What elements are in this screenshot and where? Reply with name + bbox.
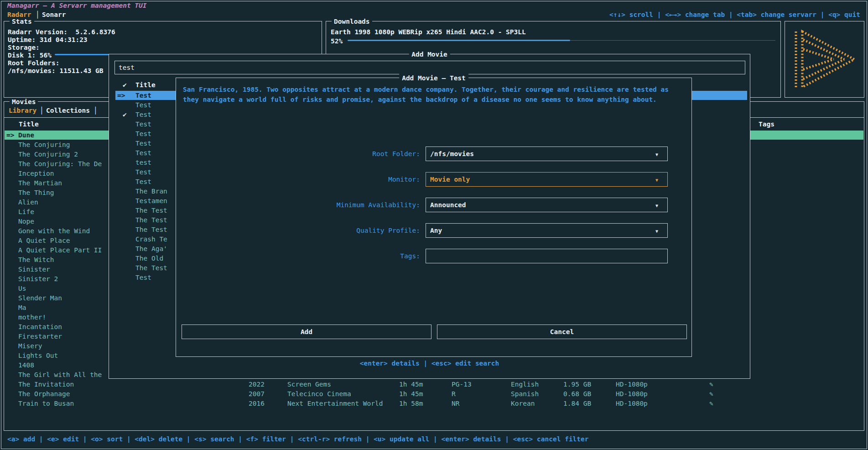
field-value: Announced: [430, 201, 466, 209]
movie-year: 2022: [249, 380, 265, 388]
managarr-screen: Managarr — A Servarr management TUI Rada…: [0, 0, 868, 450]
result-title: The Aga': [135, 245, 167, 253]
add-movie-popup-title: Add Movie: [409, 50, 450, 58]
movie-quality: HD-1080p: [616, 390, 648, 398]
field-label: Quality Profile:: [222, 226, 420, 235]
select-field[interactable]: Announced▼: [426, 198, 668, 212]
stat-root-folder: /nfs/movies: 11511.43 GB: [8, 67, 104, 75]
movie-description: San Francisco, 1985. Two opposites attra…: [183, 84, 678, 105]
movie-title: Incantation: [18, 323, 62, 331]
field-value: /nfs/movies: [430, 150, 474, 158]
result-title: The Test: [135, 225, 167, 234]
stat-storage-label: Storage:: [8, 43, 40, 52]
movie-studio: Telecinco Cinema: [287, 390, 351, 398]
input-field[interactable]: [426, 249, 668, 263]
movie-title: The Girl with All the: [18, 371, 102, 379]
download-progress-gauge: [348, 40, 570, 41]
field-label: Monitor:: [222, 175, 420, 183]
logo-panel: [785, 21, 864, 98]
movie-quality: HD-1080p: [616, 380, 648, 388]
movie-title: Us: [18, 284, 26, 293]
result-title: Testamen: [135, 197, 167, 205]
popup-help: <enter> details | <esc> edit search: [109, 359, 750, 367]
add-movie-modal: Add Movie — Test San Francisco, 1985. Tw…: [176, 78, 692, 357]
add-movie-modal-title: Add Movie — Test: [399, 74, 468, 82]
result-title: The Test: [135, 264, 167, 272]
movie-title: Ma: [18, 303, 26, 312]
movie-title: Alien: [18, 198, 38, 206]
select-field[interactable]: Any▼: [426, 223, 668, 238]
stat-root-folders-label: Root Folders:: [8, 59, 60, 67]
search-input[interactable]: [114, 61, 745, 74]
movie-rating: R: [452, 390, 456, 398]
monitored-icon: ✎: [709, 399, 713, 408]
result-title: Test: [135, 149, 151, 157]
result-title: The Old: [135, 254, 163, 262]
download-percent: 52%: [331, 37, 343, 45]
tab-library[interactable]: Library: [9, 106, 36, 115]
movie-language: Korean: [511, 399, 535, 408]
stats-panel-title: Stats: [10, 17, 34, 26]
dropdown-arrow-icon: ▼: [655, 151, 658, 159]
in-library-check-icon: ✔: [123, 110, 127, 119]
table-row[interactable]: Train to Busan2016Next Entertainment Wor…: [5, 399, 863, 408]
movie-title: The Orphanage: [18, 390, 70, 398]
movie-title: A Quiet Place Part II: [18, 246, 102, 254]
movie-quality: HD-1080p: [616, 399, 648, 408]
movie-size: 1.95 GB: [563, 380, 591, 388]
movie-size: 1.84 GB: [563, 399, 591, 408]
movie-title: 1408: [18, 361, 34, 369]
tab-sonarr[interactable]: Sonarr: [42, 10, 66, 19]
result-title: Test: [135, 101, 151, 109]
movie-language: Spanish: [511, 390, 539, 398]
table-row[interactable]: The Orphanage2007Telecinco Cinema1h 45mR…: [5, 389, 863, 398]
movie-studio: Screen Gems: [287, 380, 331, 388]
field-value: Any: [430, 226, 442, 235]
result-title: The Test: [135, 206, 167, 215]
movie-title: A Quiet Place: [18, 236, 70, 245]
movie-title: Sinister: [18, 265, 50, 273]
selected-row-prefix: =>: [117, 91, 125, 99]
stat-version: Radarr Version: 5.2.6.8376: [8, 28, 115, 36]
select-field[interactable]: Movie only▼: [426, 172, 668, 187]
result-title: Test: [135, 130, 151, 138]
movie-studio: Next Entertainment World: [287, 399, 383, 408]
tab-collections[interactable]: Collections: [46, 106, 90, 115]
monitored-icon: ✎: [709, 380, 713, 388]
movie-title: The Martian: [18, 179, 62, 187]
movie-title: The Invitation: [18, 380, 74, 388]
movie-title: Misery: [18, 342, 42, 350]
stat-uptime: Uptime: 31d 04:31:23: [8, 36, 88, 44]
movie-language: English: [511, 380, 539, 388]
result-title: test: [135, 158, 151, 167]
movie-title: Inception: [18, 169, 54, 178]
result-title: Crash Te: [135, 235, 167, 243]
movie-rating: NR: [452, 399, 459, 408]
field-value: Movie only: [430, 175, 470, 183]
movie-rating: PG-13: [452, 380, 472, 388]
results-header-title: Title: [135, 81, 156, 89]
movie-year: 2007: [249, 390, 265, 398]
downloads-panel-title: Downloads: [332, 17, 372, 26]
movie-title: Train to Busan: [18, 399, 74, 408]
movie-title: Life: [18, 208, 34, 216]
add-button[interactable]: Add: [182, 324, 431, 339]
column-header-title: Title: [19, 120, 39, 128]
table-row[interactable]: The Invitation2022Screen Gems1h 45mPG-13…: [5, 380, 863, 389]
cancel-button[interactable]: Cancel: [437, 324, 687, 339]
results-header-check-icon: ✔: [123, 81, 127, 89]
select-field[interactable]: /nfs/movies▼: [426, 147, 668, 161]
movie-title: The Conjuring 2: [18, 150, 78, 158]
movie-runtime: 1h 45m: [399, 380, 423, 388]
movie-title: mother!: [18, 313, 46, 321]
result-title: Test: [135, 110, 151, 119]
movie-title: Dune: [18, 131, 34, 139]
stat-disk-label: Disk 1: 56%: [8, 51, 52, 59]
movie-title: Slender Man: [18, 294, 62, 302]
movie-title: Sinister 2: [18, 275, 58, 283]
movie-title: The Witch: [18, 256, 54, 264]
result-title: Test: [135, 120, 151, 128]
movie-title: The Thing: [18, 188, 54, 197]
bottom-help-bar: <a> add | <e> edit | <o> sort | <del> de…: [7, 435, 589, 443]
movie-title: Nope: [18, 217, 34, 225]
